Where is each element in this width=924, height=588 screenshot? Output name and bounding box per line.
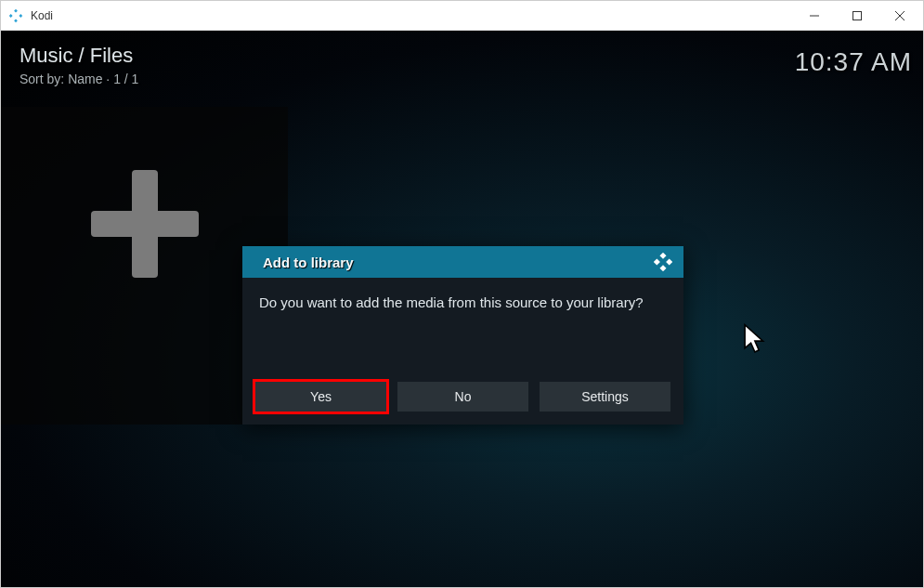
clock: 10:37 AM — [795, 47, 912, 77]
dialog-button-row: Yes No Settings — [242, 382, 683, 425]
sort-info: Sort by: Name · 1 / 1 — [20, 72, 138, 86]
no-button[interactable]: No — [397, 382, 528, 412]
maximize-button[interactable] — [836, 2, 878, 30]
titlebar: Kodi — [1, 1, 923, 31]
dialog-title: Add to library — [263, 255, 354, 270]
svg-rect-8 — [659, 253, 666, 259]
svg-rect-2 — [19, 14, 22, 18]
dialog-header: Add to library — [242, 246, 683, 278]
svg-rect-0 — [14, 8, 18, 12]
kodi-logo-icon — [654, 253, 672, 271]
dialog-message: Do you want to add the media from this s… — [242, 278, 683, 382]
yes-button[interactable]: Yes — [255, 382, 386, 412]
titlebar-left: Kodi — [8, 8, 53, 23]
svg-rect-10 — [666, 258, 672, 265]
window-controls — [793, 2, 921, 30]
svg-rect-9 — [654, 258, 660, 265]
breadcrumb: Music / Files — [20, 44, 133, 68]
add-to-library-dialog: Add to library Do you want to add the me… — [242, 246, 683, 425]
svg-rect-1 — [9, 14, 13, 18]
svg-rect-5 — [853, 11, 862, 20]
kodi-logo-icon — [8, 8, 23, 23]
mouse-cursor-icon — [744, 323, 768, 357]
svg-rect-3 — [14, 19, 18, 22]
svg-rect-11 — [659, 265, 666, 271]
settings-button[interactable]: Settings — [540, 382, 670, 412]
minimize-button[interactable] — [793, 2, 836, 30]
close-button[interactable] — [878, 2, 921, 30]
window-title: Kodi — [31, 9, 53, 22]
app-content: Music / Files Sort by: Name · 1 / 1 10:3… — [1, 31, 923, 587]
add-source-icon[interactable] — [91, 170, 199, 278]
app-window: Kodi Music / Files Sort by: Name · 1 / 1… — [0, 0, 924, 588]
